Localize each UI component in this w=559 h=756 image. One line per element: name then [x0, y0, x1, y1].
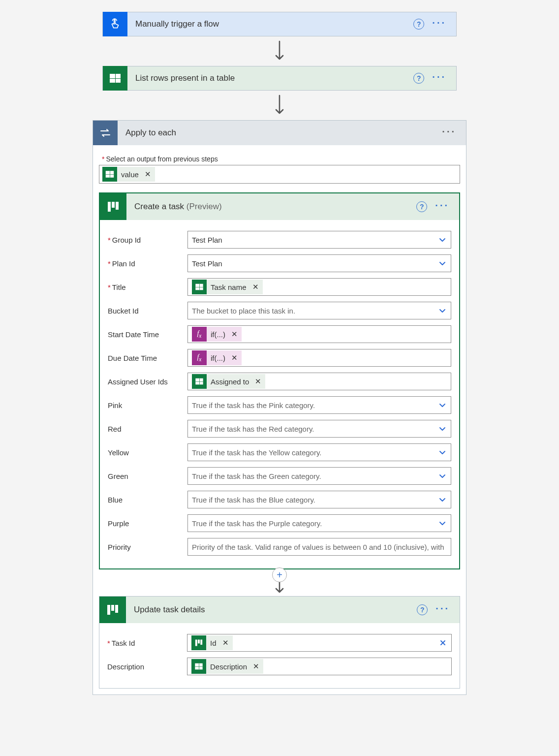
remove-icon[interactable]: ✕ — [222, 638, 229, 647]
select-output-field[interactable]: value ✕ — [99, 165, 460, 184]
remove-icon[interactable]: ✕ — [145, 170, 151, 179]
token-icon — [192, 280, 207, 294]
field-bucketId: Bucket IdThe bucket to place this task i… — [108, 302, 451, 319]
field-input[interactable]: True if the task has the Blue category. — [187, 491, 451, 508]
field-input[interactable]: Test Plan — [187, 254, 451, 272]
create-task-card: Create a task (Preview) ? ··· Group IdTe… — [99, 192, 460, 569]
select-output-label: Select an output from previous steps — [102, 155, 460, 163]
remove-icon[interactable]: ✕ — [253, 662, 259, 671]
token-label: value — [121, 170, 139, 179]
chevron-down-icon — [438, 235, 447, 244]
field-label: Red — [108, 425, 182, 433]
apply-to-each-title: Apply to each — [118, 128, 442, 138]
token[interactable]: fxif(...)✕ — [192, 350, 242, 365]
field-green: GreenTrue if the task has the Green cate… — [108, 467, 451, 485]
token-label: if(...) — [211, 354, 225, 362]
field-label: Priority — [108, 543, 182, 551]
remove-icon[interactable]: ✕ — [255, 377, 261, 386]
field-input[interactable]: True if the task has the Red category. — [187, 420, 451, 438]
update-task-card: Update task details ? ··· Task IdId✕Desc… — [99, 596, 460, 689]
chevron-down-icon — [438, 424, 447, 433]
remove-icon[interactable]: ✕ — [252, 283, 259, 291]
token-label: Assigned to — [211, 378, 249, 386]
field-label: Title — [108, 283, 182, 291]
token-label: if(...) — [211, 330, 225, 339]
field-label: Assigned User Ids — [108, 378, 182, 386]
chevron-down-icon — [438, 259, 447, 268]
step-list-rows[interactable]: List rows present in a table ? ··· — [102, 66, 457, 91]
excel-icon — [102, 167, 117, 182]
field-planId: Plan IdTest Plan — [108, 254, 451, 272]
field-placeholder: True if the task has the Pink category. — [192, 401, 315, 410]
help-icon[interactable]: ? — [413, 73, 424, 84]
loop-icon — [93, 121, 118, 145]
remove-icon[interactable]: ✕ — [231, 330, 238, 339]
field-input[interactable]: Assigned to✕ — [187, 373, 451, 390]
field-label: Pink — [108, 401, 182, 410]
field-label: Blue — [108, 496, 182, 504]
arrow-icon — [0, 94, 559, 116]
chevron-down-icon — [438, 448, 447, 457]
chevron-down-icon — [438, 306, 447, 315]
update-task-header[interactable]: Update task details ? ··· — [99, 597, 460, 623]
token-value[interactable]: value ✕ — [102, 167, 155, 182]
add-step-button[interactable]: + — [272, 567, 287, 582]
chevron-down-icon — [438, 519, 447, 528]
planner-icon — [99, 597, 126, 623]
apply-to-each-header[interactable]: Apply to each ··· — [93, 121, 466, 145]
field-value: Test Plan — [192, 236, 222, 244]
field-input[interactable]: Description✕ — [187, 658, 452, 675]
field-label: Description — [107, 662, 181, 671]
token[interactable]: Assigned to✕ — [192, 374, 265, 389]
field-input[interactable]: True if the task has the Yellow category… — [187, 443, 451, 461]
field-startDate: Start Date Timefxif(...)✕ — [108, 325, 451, 343]
field-placeholder: True if the task has the Blue category. — [192, 496, 315, 504]
field-input[interactable]: Priority of the task. Valid range of val… — [187, 538, 451, 556]
field-input[interactable]: True if the task has the Purple category… — [187, 514, 451, 532]
token[interactable]: Description✕ — [191, 659, 263, 674]
field-pink: PinkTrue if the task has the Pink catego… — [108, 396, 451, 414]
field-input[interactable]: Test Plan — [187, 231, 451, 249]
token-label: Task name — [211, 283, 247, 291]
field-input[interactable]: True if the task has the Pink category. — [187, 396, 451, 414]
excel-icon — [103, 66, 127, 91]
step-trigger[interactable]: Manually trigger a flow ? ··· — [102, 12, 457, 36]
field-input[interactable]: fxif(...)✕ — [187, 349, 451, 367]
field-label: Task Id — [107, 639, 181, 647]
field-placeholder: True if the task has the Yellow category… — [192, 448, 321, 457]
create-task-header[interactable]: Create a task (Preview) ? ··· — [100, 193, 459, 220]
field-input[interactable]: True if the task has the Green category. — [187, 467, 451, 485]
help-icon[interactable]: ? — [417, 604, 428, 615]
remove-icon[interactable]: ✕ — [231, 353, 238, 362]
arrow-icon — [0, 40, 559, 62]
planner-icon — [100, 193, 126, 220]
token[interactable]: Task name✕ — [192, 280, 263, 294]
create-task-title: Create a task (Preview) — [126, 202, 416, 212]
field-input[interactable]: The bucket to place this task in. — [187, 302, 451, 319]
field-title: TitleTask name✕ — [108, 278, 451, 296]
help-icon[interactable]: ? — [416, 201, 427, 212]
token[interactable]: fxif(...)✕ — [192, 327, 242, 342]
token-icon: fx — [192, 327, 207, 342]
field-label: Purple — [108, 519, 182, 528]
update-task-title: Update task details — [126, 605, 417, 615]
field-description: DescriptionDescription✕ — [107, 658, 452, 675]
clear-icon[interactable] — [438, 638, 447, 647]
token-label: Id — [210, 639, 217, 647]
help-icon[interactable]: ? — [413, 19, 424, 30]
field-blue: BlueTrue if the task has the Blue catego… — [108, 491, 451, 508]
field-placeholder: True if the task has the Red category. — [192, 425, 314, 433]
token-label: Description — [210, 662, 247, 671]
step-trigger-title: Manually trigger a flow — [127, 19, 413, 29]
token[interactable]: Id✕ — [191, 635, 233, 650]
field-input[interactable]: Task name✕ — [187, 278, 451, 296]
field-placeholder: True if the task has the Green category. — [192, 472, 321, 480]
token-icon — [191, 659, 206, 674]
field-input[interactable]: Id✕ — [187, 634, 452, 652]
chevron-down-icon — [438, 495, 447, 504]
field-label: Plan Id — [108, 259, 182, 268]
token-icon — [192, 374, 207, 389]
token-icon — [191, 635, 206, 650]
field-input[interactable]: fxif(...)✕ — [187, 325, 451, 343]
field-assigned: Assigned User IdsAssigned to✕ — [108, 373, 451, 390]
